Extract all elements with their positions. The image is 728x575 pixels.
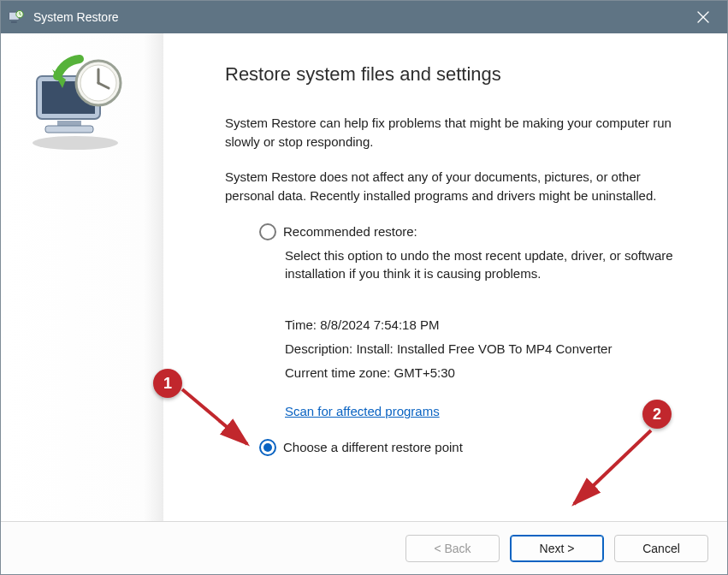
wizard-footer: < Back Next > Cancel [1,521,727,574]
dialog-body: Restore system files and settings System… [1,33,727,521]
detail-time: Time: 8/8/2024 7:54:18 PM [285,316,686,335]
option-recommended-label: Recommended restore: [283,222,417,241]
radio-choose-different[interactable] [259,439,276,456]
options-block: Recommended restore: Select this option … [225,222,686,457]
back-button[interactable]: < Back [405,535,500,562]
detail-timezone: Current time zone: GMT+5:30 [285,364,686,382]
wizard-sidebar [1,33,163,521]
option-recommended-desc: Select this option to undo the most rece… [259,246,686,284]
restore-hero-icon [20,50,131,153]
close-button[interactable] [684,1,722,33]
system-restore-icon [6,8,25,27]
radio-recommended[interactable] [259,223,276,240]
svg-point-3 [33,136,118,150]
svg-rect-6 [45,126,93,133]
next-button[interactable]: Next > [510,535,604,562]
restore-point-details: Time: 8/8/2024 7:54:18 PM Description: I… [259,316,686,382]
option-choose-different[interactable]: Choose a different restore point [259,438,686,457]
intro-para-1: System Restore can help fix problems tha… [225,114,686,151]
page-heading: Restore system files and settings [225,61,686,88]
detail-description: Description: Install: Installed Free VOB… [285,340,686,359]
wizard-content: Restore system files and settings System… [163,33,727,521]
option-choose-different-label: Choose a different restore point [283,438,463,457]
svg-rect-1 [11,21,17,23]
scan-affected-programs-link[interactable]: Scan for affected programs [285,402,440,421]
option-recommended[interactable]: Recommended restore: [259,222,686,241]
titlebar: System Restore [1,1,727,33]
svg-rect-5 [57,121,81,126]
cancel-button[interactable]: Cancel [614,535,708,562]
system-restore-window: System Restore [0,0,728,575]
window-title: System Restore [33,10,684,24]
intro-para-2: System Restore does not affect any of yo… [225,168,686,205]
